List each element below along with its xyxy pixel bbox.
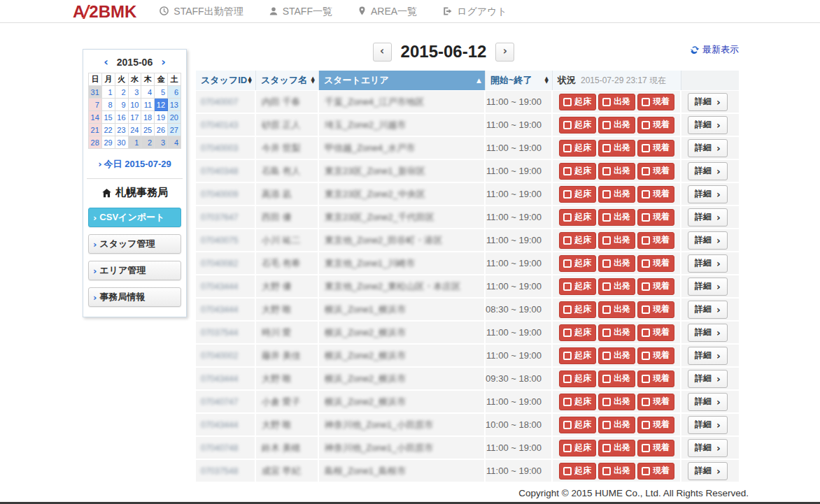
- calendar-day[interactable]: 15: [101, 111, 115, 124]
- depart-button[interactable]: 出発: [598, 440, 635, 456]
- calendar-day-selected[interactable]: 12: [155, 99, 168, 111]
- calendar-day[interactable]: 20: [168, 111, 181, 124]
- arrive-button[interactable]: 現着: [637, 94, 674, 110]
- calendar-day[interactable]: 24: [128, 124, 141, 136]
- wake-button[interactable]: 起床: [559, 94, 596, 110]
- calendar-day[interactable]: 1: [128, 136, 141, 149]
- calendar-day[interactable]: 25: [141, 124, 155, 136]
- arrive-button[interactable]: 現着: [637, 163, 674, 180]
- depart-button[interactable]: 出発: [598, 417, 635, 433]
- wake-button[interactable]: 起床: [559, 370, 596, 387]
- depart-button[interactable]: 出発: [598, 186, 635, 203]
- depart-button[interactable]: 出発: [598, 163, 635, 180]
- calendar-day[interactable]: 6: [168, 86, 181, 99]
- depart-button[interactable]: 出発: [598, 347, 635, 364]
- depart-button[interactable]: 出発: [598, 140, 635, 157]
- arrive-button[interactable]: 現着: [637, 440, 674, 456]
- arrive-button[interactable]: 現着: [637, 417, 674, 433]
- calendar-day[interactable]: 5: [155, 86, 168, 99]
- detail-button[interactable]: 詳細›: [688, 439, 728, 457]
- wake-button[interactable]: 起床: [559, 324, 596, 341]
- calendar-day[interactable]: 16: [115, 111, 128, 124]
- calendar-day[interactable]: 30: [115, 136, 128, 149]
- calendar-day[interactable]: 18: [141, 111, 155, 124]
- calendar-day[interactable]: 23: [115, 124, 128, 136]
- depart-button[interactable]: 出発: [598, 232, 635, 249]
- detail-button[interactable]: 詳細›: [688, 462, 728, 480]
- prev-day-button[interactable]: ‹: [373, 43, 392, 62]
- depart-button[interactable]: 出発: [598, 463, 635, 480]
- detail-button[interactable]: 詳細›: [688, 254, 728, 273]
- next-day-button[interactable]: ›: [495, 43, 514, 62]
- today-link[interactable]: ›今日 2015-07-29: [88, 158, 181, 171]
- detail-button[interactable]: 詳細›: [688, 324, 728, 342]
- calendar-day[interactable]: 3: [155, 136, 168, 149]
- wake-button[interactable]: 起床: [559, 255, 596, 272]
- calendar-day[interactable]: 29: [101, 136, 115, 149]
- calendar-day[interactable]: 28: [89, 136, 102, 149]
- calendar-day[interactable]: 11: [141, 99, 155, 111]
- wake-button[interactable]: 起床: [559, 163, 596, 180]
- arrive-button[interactable]: 現着: [637, 278, 674, 295]
- column-header-start-area[interactable]: スタートエリア▲: [319, 71, 486, 90]
- nav-item-staff-attendance[interactable]: STAFF出勤管理: [159, 6, 243, 18]
- calendar-day[interactable]: 2: [115, 86, 128, 99]
- calendar-day[interactable]: 4: [168, 136, 181, 149]
- depart-button[interactable]: 出発: [598, 324, 635, 341]
- detail-button[interactable]: 詳細›: [688, 185, 728, 203]
- sidebar-item-csv-import[interactable]: ›CSVインポート: [88, 208, 181, 227]
- detail-button[interactable]: 詳細›: [688, 116, 728, 134]
- depart-button[interactable]: 出発: [598, 394, 635, 410]
- app-logo[interactable]: A2BMK: [73, 2, 136, 22]
- wake-button[interactable]: 起床: [559, 232, 596, 249]
- calendar-day[interactable]: 21: [89, 124, 102, 136]
- sidebar-item-office-info[interactable]: ›事務局情報: [88, 287, 181, 307]
- depart-button[interactable]: 出発: [598, 370, 635, 387]
- calendar-day[interactable]: 22: [101, 124, 115, 136]
- arrive-button[interactable]: 現着: [637, 301, 674, 318]
- calendar-day[interactable]: 13: [168, 99, 181, 111]
- wake-button[interactable]: 起床: [559, 278, 596, 295]
- calendar-day[interactable]: 4: [141, 86, 155, 99]
- calendar-day[interactable]: 31: [89, 86, 102, 99]
- wake-button[interactable]: 起床: [559, 301, 596, 318]
- wake-button[interactable]: 起床: [559, 186, 596, 203]
- column-header-staff-id[interactable]: スタッフID▲▼: [196, 71, 256, 90]
- detail-button[interactable]: 詳細›: [688, 370, 728, 388]
- calendar-day[interactable]: 27: [168, 124, 181, 136]
- arrive-button[interactable]: 現着: [637, 394, 674, 410]
- calendar-day[interactable]: 14: [89, 111, 102, 124]
- depart-button[interactable]: 出発: [598, 117, 635, 134]
- refresh-link[interactable]: 最新表示: [690, 43, 739, 56]
- detail-button[interactable]: 詳細›: [688, 139, 728, 157]
- detail-button[interactable]: 詳細›: [688, 416, 728, 434]
- wake-button[interactable]: 起床: [559, 394, 596, 410]
- depart-button[interactable]: 出発: [598, 301, 635, 318]
- arrive-button[interactable]: 現着: [637, 209, 674, 226]
- arrive-button[interactable]: 現着: [637, 463, 674, 480]
- wake-button[interactable]: 起床: [559, 117, 596, 134]
- arrive-button[interactable]: 現着: [637, 370, 674, 387]
- arrive-button[interactable]: 現着: [637, 232, 674, 249]
- depart-button[interactable]: 出発: [598, 94, 635, 110]
- arrive-button[interactable]: 現着: [637, 140, 674, 157]
- column-header-staff-name[interactable]: スタッフ名▲▼: [256, 71, 319, 90]
- calendar-day[interactable]: 3: [128, 86, 141, 99]
- wake-button[interactable]: 起床: [559, 440, 596, 456]
- calendar-day[interactable]: 26: [155, 124, 168, 136]
- depart-button[interactable]: 出発: [598, 209, 635, 226]
- wake-button[interactable]: 起床: [559, 417, 596, 433]
- calendar-day[interactable]: 17: [128, 111, 141, 124]
- arrive-button[interactable]: 現着: [637, 186, 674, 203]
- detail-button[interactable]: 詳細›: [688, 278, 728, 296]
- depart-button[interactable]: 出発: [598, 278, 635, 295]
- arrive-button[interactable]: 現着: [637, 255, 674, 272]
- detail-button[interactable]: 詳細›: [688, 208, 728, 226]
- sidebar-item-area-management[interactable]: ›エリア管理: [88, 261, 181, 280]
- arrive-button[interactable]: 現着: [637, 324, 674, 341]
- calendar-next-button[interactable]: ›: [161, 57, 166, 68]
- calendar-prev-button[interactable]: ‹: [104, 57, 108, 68]
- nav-item-logout[interactable]: ログアウト: [442, 6, 507, 18]
- calendar-day[interactable]: 1: [101, 86, 115, 99]
- detail-button[interactable]: 詳細›: [688, 393, 728, 411]
